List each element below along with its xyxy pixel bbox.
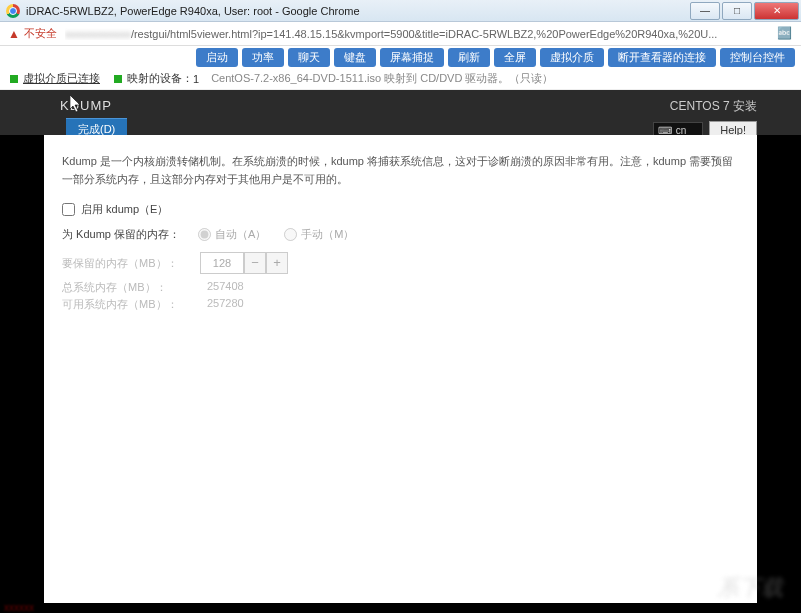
warning-icon: ▲ — [8, 27, 20, 41]
idrac-btn-chat[interactable]: 聊天 — [288, 48, 330, 67]
stepper-plus[interactable]: + — [266, 252, 288, 274]
window-controls: — □ ✕ — [690, 2, 801, 20]
installer-os-title: CENTOS 7 安装 — [653, 98, 757, 115]
reserve-label: 为 Kdump 保留的内存： — [62, 227, 180, 242]
manual-label: 手动（M） — [301, 227, 354, 242]
insecure-label: 不安全 — [24, 26, 57, 41]
url-text[interactable]: xxxxxxxxxxxx/restgui/html5viewer.html?ip… — [65, 28, 771, 40]
reserve-mode-row: 为 Kdump 保留的内存： 自动（A） 手动（M） — [62, 227, 739, 242]
maximize-button[interactable]: □ — [722, 2, 752, 20]
keyboard-icon: ⌨ — [658, 125, 672, 136]
close-button[interactable]: ✕ — [754, 2, 799, 20]
total-mem-value: 257408 — [207, 280, 244, 295]
enable-kdump-label: 启用 kdump（E） — [81, 202, 168, 217]
idrac-btn-screencap[interactable]: 屏幕捕捉 — [380, 48, 444, 67]
idrac-btn-console[interactable]: 控制台控件 — [720, 48, 795, 67]
kdump-description: Kdump 是一个内核崩溃转储机制。在系统崩溃的时候，kdump 将捕获系统信息… — [62, 153, 739, 188]
console-viewport: KDUMP 完成(D) CENTOS 7 安装 ⌨ cn Help! Kdump… — [0, 90, 801, 613]
watermark: 系下载 — [717, 573, 783, 603]
vm-connected-label[interactable]: 虚拟介质已连接 — [23, 71, 100, 86]
enable-kdump-row[interactable]: 启用 kdump（E） — [62, 202, 739, 217]
idrac-toolbar: 启动 功率 聊天 键盘 屏幕捕捉 刷新 全屏 虚拟介质 断开查看器的连接 控制台… — [0, 46, 801, 68]
installer-header: KDUMP 完成(D) CENTOS 7 安装 ⌨ cn Help! — [0, 90, 801, 135]
status-bar: 虚拟介质已连接 映射的设备： 1 CentOS-7.2-x86_64-DVD-1… — [0, 68, 801, 90]
mem-reserve-label: 要保留的内存（MB）： — [62, 256, 192, 271]
iso-text: CentOS-7.2-x86_64-DVD-1511.iso 映射到 CD/DV… — [211, 71, 553, 86]
insecure-badge[interactable]: ▲ 不安全 — [8, 26, 57, 41]
mapped-label: 映射的设备： — [127, 71, 193, 86]
mapped-count: 1 — [193, 73, 199, 85]
idrac-btn-keyboard[interactable]: 键盘 — [334, 48, 376, 67]
auto-radio-row[interactable]: 自动（A） — [198, 227, 266, 242]
idrac-btn-refresh[interactable]: 刷新 — [448, 48, 490, 67]
status-dot-icon — [114, 75, 122, 83]
auto-radio[interactable] — [198, 228, 211, 241]
total-mem-label: 总系统内存（MB）： — [62, 280, 207, 295]
idrac-btn-vmedia[interactable]: 虚拟介质 — [540, 48, 604, 67]
avail-mem-row: 可用系统内存（MB）： 257280 — [62, 297, 739, 312]
idrac-btn-power[interactable]: 功率 — [242, 48, 284, 67]
auto-label: 自动（A） — [215, 227, 266, 242]
installer-body: Kdump 是一个内核崩溃转储机制。在系统崩溃的时候，kdump 将捕获系统信息… — [44, 135, 757, 603]
enable-kdump-checkbox[interactable] — [62, 203, 75, 216]
total-mem-row: 总系统内存（MB）： 257408 — [62, 280, 739, 295]
mem-reserve-input[interactable] — [200, 252, 244, 274]
keyboard-label: cn — [676, 125, 687, 136]
mem-reserve-stepper: − + — [200, 252, 288, 274]
idrac-btn-boot[interactable]: 启动 — [196, 48, 238, 67]
idrac-btn-fullscreen[interactable]: 全屏 — [494, 48, 536, 67]
translate-icon[interactable]: 🔤 — [777, 26, 793, 42]
window-titlebar: iDRAC-5RWLBZ2, PowerEdge R940xa, User: r… — [0, 0, 801, 22]
status-dot-icon — [10, 75, 18, 83]
window-title: iDRAC-5RWLBZ2, PowerEdge R940xa, User: r… — [26, 5, 360, 17]
manual-radio-row[interactable]: 手动（M） — [284, 227, 354, 242]
address-bar: ▲ 不安全 xxxxxxxxxxxx/restgui/html5viewer.h… — [0, 22, 801, 46]
chrome-icon — [6, 4, 20, 18]
minimize-button[interactable]: — — [690, 2, 720, 20]
stepper-minus[interactable]: − — [244, 252, 266, 274]
mem-reserve-row: 要保留的内存（MB）： − + — [62, 252, 739, 274]
section-title: KDUMP — [60, 98, 112, 113]
watermark-small: xxxxxx — [4, 602, 34, 613]
idrac-btn-disconnect[interactable]: 断开查看器的连接 — [608, 48, 716, 67]
manual-radio[interactable] — [284, 228, 297, 241]
avail-mem-label: 可用系统内存（MB）： — [62, 297, 207, 312]
avail-mem-value: 257280 — [207, 297, 244, 312]
